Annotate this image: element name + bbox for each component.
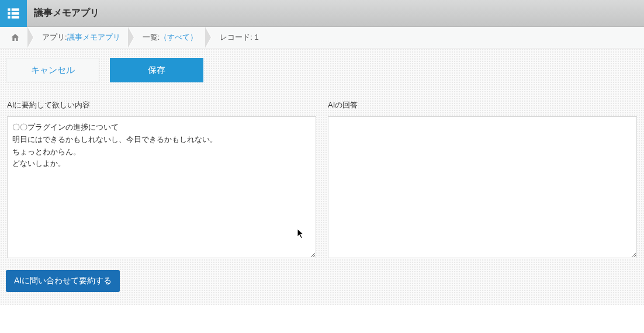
svg-rect-2	[8, 12, 10, 14]
svg-rect-0	[8, 8, 10, 11]
svg-rect-5	[12, 16, 19, 18]
breadcrumb-app-prefix: アプリ:	[42, 32, 67, 43]
svg-rect-3	[12, 12, 19, 14]
breadcrumb-list-link[interactable]: （すべて）	[160, 32, 198, 43]
home-icon	[11, 33, 20, 42]
response-label: AIの回答	[328, 100, 637, 110]
app-header: 議事メモアプリ	[0, 0, 644, 27]
form-area: AIに要約して欲しい内容 AIの回答	[0, 89, 644, 270]
ai-button-row: AIに問い合わせて要約する	[0, 270, 644, 305]
prompt-column: AIに要約して欲しい内容	[7, 100, 316, 258]
response-textarea[interactable]	[328, 116, 637, 258]
response-column: AIの回答	[328, 100, 637, 258]
ai-query-button[interactable]: AIに問い合わせて要約する	[6, 270, 120, 292]
svg-rect-4	[8, 16, 10, 18]
breadcrumb-app[interactable]: アプリ: 議事メモアプリ	[34, 27, 129, 48]
breadcrumb-list[interactable]: 一覧: （すべて）	[134, 27, 206, 48]
app-title: 議事メモアプリ	[34, 7, 99, 19]
save-button[interactable]: 保存	[110, 58, 203, 82]
action-bar: キャンセル 保存	[0, 48, 644, 89]
main-content: キャンセル 保存 AIに要約して欲しい内容 AIの回答 AIに問い合わせて要約す…	[0, 48, 644, 305]
breadcrumb-record-label: レコード: 1	[220, 32, 258, 43]
prompt-label: AIに要約して欲しい内容	[7, 100, 316, 110]
breadcrumb-app-link[interactable]: 議事メモアプリ	[67, 32, 120, 43]
breadcrumb: アプリ: 議事メモアプリ 一覧: （すべて） レコード: 1	[0, 27, 644, 48]
breadcrumb-record: レコード: 1	[212, 27, 266, 48]
breadcrumb-list-prefix: 一覧:	[143, 32, 160, 43]
list-icon	[6, 6, 21, 21]
breadcrumb-home[interactable]	[2, 27, 28, 48]
svg-rect-1	[12, 8, 19, 11]
prompt-textarea[interactable]	[7, 116, 316, 258]
cancel-button[interactable]: キャンセル	[6, 58, 99, 82]
app-icon	[0, 0, 27, 27]
